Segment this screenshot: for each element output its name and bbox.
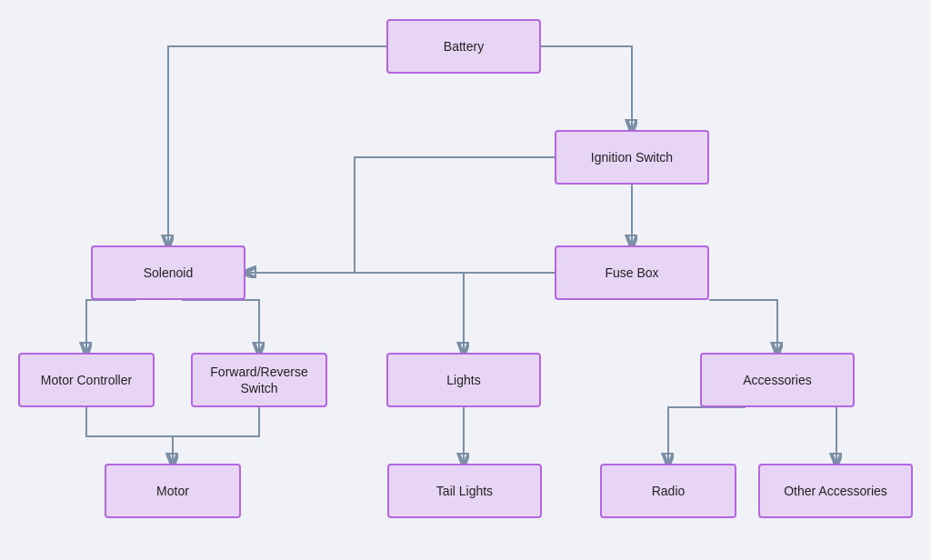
node-battery[interactable]: Battery xyxy=(386,19,541,74)
node-radio[interactable]: Radio xyxy=(600,464,736,518)
node-motor-controller[interactable]: Motor Controller xyxy=(18,353,155,407)
node-accessories[interactable]: Accessories xyxy=(700,353,855,407)
node-motor[interactable]: Motor xyxy=(105,464,241,518)
node-solenoid[interactable]: Solenoid xyxy=(91,245,245,300)
node-other-accessories[interactable]: Other Accessories xyxy=(758,464,913,518)
node-ignition[interactable]: Ignition Switch xyxy=(555,130,709,185)
node-lights[interactable]: Lights xyxy=(386,353,541,407)
node-forward-reverse[interactable]: Forward/Reverse Switch xyxy=(191,353,327,407)
node-fusebox[interactable]: Fuse Box xyxy=(555,245,709,300)
node-tail-lights[interactable]: Tail Lights xyxy=(387,464,542,518)
diagram: Battery Ignition Switch Solenoid Fuse Bo… xyxy=(0,0,931,560)
